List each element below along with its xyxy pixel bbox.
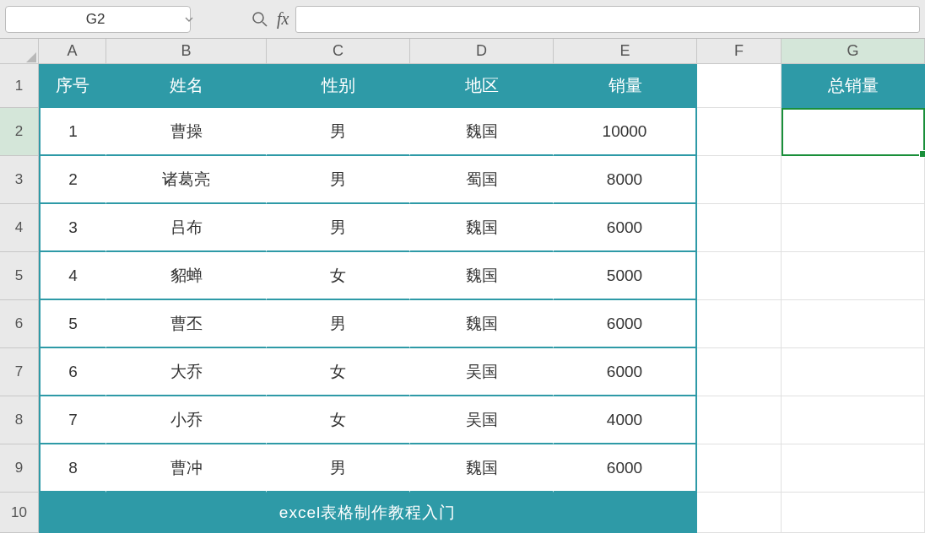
table-cell[interactable]: 6000 — [554, 204, 697, 252]
table-cell[interactable]: 4 — [39, 252, 106, 300]
table-cell[interactable]: 魏国 — [410, 444, 554, 493]
cell-G8[interactable] — [782, 396, 925, 444]
row-header-10[interactable]: 10 — [0, 493, 38, 533]
table-footer[interactable]: excel表格制作教程入门 — [39, 493, 697, 533]
column-header-E[interactable]: E — [554, 39, 697, 63]
table-cell[interactable]: 6000 — [554, 348, 697, 396]
table-cell[interactable]: 吕布 — [106, 204, 267, 252]
row-header-5[interactable]: 5 — [0, 252, 38, 300]
cell-G9[interactable] — [782, 444, 925, 493]
table-cell[interactable]: 大乔 — [106, 348, 267, 396]
table-cell[interactable]: 诸葛亮 — [106, 156, 267, 204]
row-header-9[interactable]: 9 — [0, 444, 38, 493]
row-header-3[interactable]: 3 — [0, 156, 38, 204]
cell-G5[interactable] — [782, 252, 925, 300]
table-cell[interactable]: 吴国 — [410, 396, 554, 444]
table-header[interactable]: 性别 — [267, 64, 410, 108]
total-sales-header[interactable]: 总销量 — [782, 64, 925, 108]
table-cell[interactable]: 吴国 — [410, 348, 554, 396]
fx-label[interactable]: fx — [277, 9, 289, 29]
name-box[interactable] — [5, 6, 191, 33]
table-cell[interactable]: 7 — [39, 396, 106, 444]
table-cell[interactable]: 男 — [267, 300, 410, 348]
table-cell[interactable]: 魏国 — [410, 108, 554, 156]
table-cell[interactable]: 6000 — [554, 444, 697, 493]
column-header-D[interactable]: D — [410, 39, 554, 63]
cell-G7[interactable] — [782, 348, 925, 396]
cells-grid[interactable]: 序号姓名性别地区销量总销量1曹操男魏国100002诸葛亮男蜀国80003吕布男魏… — [39, 64, 925, 533]
table-cell[interactable]: 4000 — [554, 396, 697, 444]
table-cell[interactable]: 6 — [39, 348, 106, 396]
cell-G3[interactable] — [782, 156, 925, 204]
table-cell[interactable]: 女 — [267, 252, 410, 300]
table-cell[interactable]: 男 — [267, 204, 410, 252]
table-cell[interactable]: 10000 — [554, 108, 697, 156]
table-header[interactable]: 地区 — [410, 64, 554, 108]
column-header-G[interactable]: G — [782, 39, 925, 63]
cell-G4[interactable] — [782, 204, 925, 252]
cell-F4[interactable] — [697, 204, 782, 252]
table-cell[interactable]: 男 — [267, 156, 410, 204]
select-all-corner[interactable] — [0, 39, 39, 64]
cell-G2[interactable] — [782, 108, 925, 156]
table-cell[interactable]: 女 — [267, 348, 410, 396]
row-headers: 12345678910 — [0, 64, 39, 533]
table-cell[interactable]: 曹冲 — [106, 444, 267, 493]
row-header-6[interactable]: 6 — [0, 300, 38, 348]
row-header-2[interactable]: 2 — [0, 108, 38, 156]
fx-group: fx — [248, 8, 289, 31]
table-header[interactable]: 序号 — [39, 64, 106, 108]
table-header[interactable]: 销量 — [554, 64, 697, 108]
table-cell[interactable]: 女 — [267, 396, 410, 444]
row-header-4[interactable]: 4 — [0, 204, 38, 252]
cell-F7[interactable] — [697, 348, 782, 396]
table-cell[interactable]: 1 — [39, 108, 106, 156]
table-cell[interactable]: 曹操 — [106, 108, 267, 156]
table-cell[interactable]: 5000 — [554, 252, 697, 300]
table-cell[interactable]: 6000 — [554, 300, 697, 348]
table-cell[interactable]: 魏国 — [410, 204, 554, 252]
column-header-C[interactable]: C — [267, 39, 410, 63]
chevron-down-icon[interactable] — [185, 13, 193, 25]
table-cell[interactable]: 8 — [39, 444, 106, 493]
cell-F9[interactable] — [697, 444, 782, 493]
table-cell[interactable]: 男 — [267, 108, 410, 156]
svg-line-1 — [262, 22, 267, 26]
name-box-input[interactable] — [6, 11, 185, 28]
cell-F10[interactable] — [697, 493, 782, 533]
table-cell[interactable]: 魏国 — [410, 252, 554, 300]
cell-F5[interactable] — [697, 252, 782, 300]
row-header-1[interactable]: 1 — [0, 64, 38, 108]
search-icon[interactable] — [248, 8, 272, 31]
spreadsheet-grid: ABCDEFG 12345678910 序号姓名性别地区销量总销量1曹操男魏国1… — [0, 39, 925, 560]
table-cell[interactable]: 8000 — [554, 156, 697, 204]
cell-G10[interactable] — [782, 493, 925, 533]
column-header-B[interactable]: B — [106, 39, 267, 63]
column-headers: ABCDEFG — [39, 39, 925, 64]
table-cell[interactable]: 小乔 — [106, 396, 267, 444]
cell-F8[interactable] — [697, 396, 782, 444]
table-cell[interactable]: 曹丕 — [106, 300, 267, 348]
column-header-A[interactable]: A — [39, 39, 106, 63]
table-cell[interactable]: 3 — [39, 204, 106, 252]
cell-F2[interactable] — [697, 108, 782, 156]
table-cell[interactable]: 5 — [39, 300, 106, 348]
table-cell[interactable]: 2 — [39, 156, 106, 204]
table-cell[interactable]: 貂蝉 — [106, 252, 267, 300]
cell-F1[interactable] — [697, 64, 782, 108]
formula-bar: fx — [0, 0, 925, 39]
table-cell[interactable]: 男 — [267, 444, 410, 493]
table-cell[interactable]: 魏国 — [410, 300, 554, 348]
table-cell[interactable]: 蜀国 — [410, 156, 554, 204]
column-header-F[interactable]: F — [697, 39, 782, 63]
row-header-7[interactable]: 7 — [0, 348, 38, 396]
cell-G6[interactable] — [782, 300, 925, 348]
table-header[interactable]: 姓名 — [106, 64, 267, 108]
row-header-8[interactable]: 8 — [0, 396, 38, 444]
formula-input[interactable] — [295, 6, 920, 33]
cell-F3[interactable] — [697, 156, 782, 204]
cell-F6[interactable] — [697, 300, 782, 348]
svg-point-0 — [253, 13, 263, 23]
